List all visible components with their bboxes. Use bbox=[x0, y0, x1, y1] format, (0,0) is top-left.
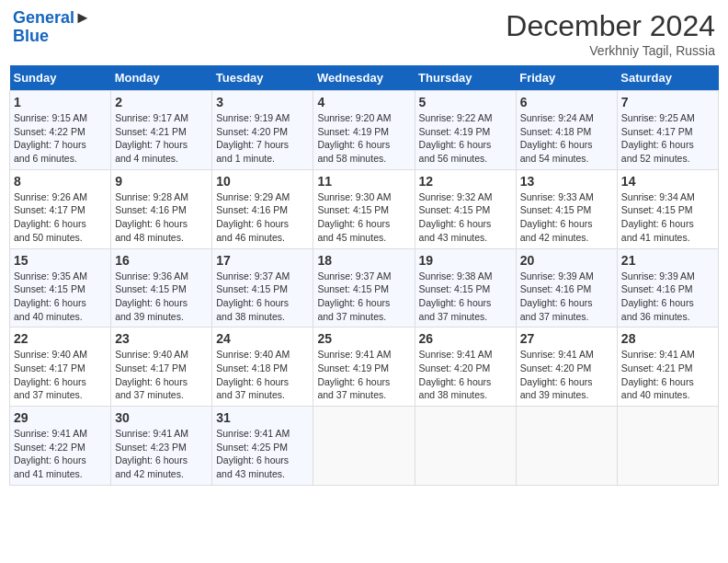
calendar-week-1: 1Sunrise: 9:15 AM Sunset: 4:22 PM Daylig… bbox=[10, 91, 719, 170]
day-number: 29 bbox=[14, 410, 107, 425]
day-info: Sunrise: 9:41 AM Sunset: 4:25 PM Dayligh… bbox=[216, 427, 309, 481]
day-cell-30: 30Sunrise: 9:41 AM Sunset: 4:23 PM Dayli… bbox=[111, 407, 212, 486]
day-info: Sunrise: 9:41 AM Sunset: 4:19 PM Dayligh… bbox=[317, 348, 410, 402]
day-number: 3 bbox=[216, 95, 309, 109]
calendar-week-3: 15Sunrise: 9:35 AM Sunset: 4:15 PM Dayli… bbox=[10, 248, 719, 327]
day-info: Sunrise: 9:29 AM Sunset: 4:16 PM Dayligh… bbox=[216, 190, 309, 245]
day-cell-28: 28Sunrise: 9:41 AM Sunset: 4:21 PM Dayli… bbox=[617, 327, 718, 407]
day-info: Sunrise: 9:41 AM Sunset: 4:22 PM Dayligh… bbox=[14, 427, 107, 481]
day-cell-2: 2Sunrise: 9:17 AM Sunset: 4:21 PM Daylig… bbox=[111, 91, 212, 170]
day-number: 16 bbox=[115, 253, 208, 268]
empty-cell bbox=[415, 407, 516, 486]
day-info: Sunrise: 9:40 AM Sunset: 4:18 PM Dayligh… bbox=[216, 348, 309, 402]
empty-cell bbox=[516, 407, 617, 486]
day-info: Sunrise: 9:30 AM Sunset: 4:15 PM Dayligh… bbox=[317, 190, 410, 245]
day-cell-12: 12Sunrise: 9:32 AM Sunset: 4:15 PM Dayli… bbox=[415, 169, 516, 248]
day-number: 14 bbox=[621, 174, 714, 189]
day-info: Sunrise: 9:25 AM Sunset: 4:17 PM Dayligh… bbox=[621, 111, 714, 166]
col-header-friday: Friday bbox=[516, 65, 617, 91]
day-info: Sunrise: 9:20 AM Sunset: 4:19 PM Dayligh… bbox=[317, 111, 410, 166]
day-cell-4: 4Sunrise: 9:20 AM Sunset: 4:19 PM Daylig… bbox=[313, 91, 415, 170]
day-cell-14: 14Sunrise: 9:34 AM Sunset: 4:15 PM Dayli… bbox=[617, 169, 718, 248]
location: Verkhniy Tagil, Russia bbox=[506, 43, 715, 58]
day-info: Sunrise: 9:40 AM Sunset: 4:17 PM Dayligh… bbox=[14, 348, 107, 402]
calendar-table: SundayMondayTuesdayWednesdayThursdayFrid… bbox=[9, 65, 719, 486]
day-cell-5: 5Sunrise: 9:22 AM Sunset: 4:19 PM Daylig… bbox=[415, 91, 516, 170]
day-number: 28 bbox=[621, 331, 714, 346]
day-number: 7 bbox=[621, 95, 714, 109]
day-number: 23 bbox=[115, 331, 208, 346]
day-cell-7: 7Sunrise: 9:25 AM Sunset: 4:17 PM Daylig… bbox=[617, 91, 718, 170]
day-number: 4 bbox=[317, 95, 410, 109]
day-number: 19 bbox=[419, 253, 512, 268]
day-cell-29: 29Sunrise: 9:41 AM Sunset: 4:22 PM Dayli… bbox=[10, 407, 111, 486]
day-cell-11: 11Sunrise: 9:30 AM Sunset: 4:15 PM Dayli… bbox=[313, 169, 415, 248]
day-info: Sunrise: 9:39 AM Sunset: 4:16 PM Dayligh… bbox=[520, 270, 613, 324]
day-cell-16: 16Sunrise: 9:36 AM Sunset: 4:15 PM Dayli… bbox=[111, 248, 212, 327]
day-info: Sunrise: 9:39 AM Sunset: 4:16 PM Dayligh… bbox=[621, 270, 714, 324]
day-cell-3: 3Sunrise: 9:19 AM Sunset: 4:20 PM Daylig… bbox=[212, 91, 313, 170]
day-cell-31: 31Sunrise: 9:41 AM Sunset: 4:25 PM Dayli… bbox=[212, 407, 313, 486]
day-info: Sunrise: 9:41 AM Sunset: 4:20 PM Dayligh… bbox=[520, 348, 613, 402]
calendar-header-row: SundayMondayTuesdayWednesdayThursdayFrid… bbox=[10, 65, 719, 91]
day-info: Sunrise: 9:19 AM Sunset: 4:20 PM Dayligh… bbox=[216, 111, 309, 166]
day-number: 6 bbox=[520, 95, 613, 109]
day-number: 17 bbox=[216, 253, 309, 268]
day-cell-8: 8Sunrise: 9:26 AM Sunset: 4:17 PM Daylig… bbox=[10, 169, 111, 248]
empty-cell bbox=[617, 407, 718, 486]
day-cell-26: 26Sunrise: 9:41 AM Sunset: 4:20 PM Dayli… bbox=[415, 327, 516, 407]
day-info: Sunrise: 9:24 AM Sunset: 4:18 PM Dayligh… bbox=[520, 111, 613, 166]
day-info: Sunrise: 9:40 AM Sunset: 4:17 PM Dayligh… bbox=[115, 348, 208, 402]
day-info: Sunrise: 9:28 AM Sunset: 4:16 PM Dayligh… bbox=[115, 190, 208, 245]
day-number: 9 bbox=[115, 174, 208, 189]
day-cell-24: 24Sunrise: 9:40 AM Sunset: 4:18 PM Dayli… bbox=[212, 327, 313, 407]
day-cell-20: 20Sunrise: 9:39 AM Sunset: 4:16 PM Dayli… bbox=[516, 248, 617, 327]
day-cell-1: 1Sunrise: 9:15 AM Sunset: 4:22 PM Daylig… bbox=[10, 91, 111, 170]
day-info: Sunrise: 9:41 AM Sunset: 4:21 PM Dayligh… bbox=[621, 348, 714, 402]
day-cell-22: 22Sunrise: 9:40 AM Sunset: 4:17 PM Dayli… bbox=[10, 327, 111, 407]
day-info: Sunrise: 9:15 AM Sunset: 4:22 PM Dayligh… bbox=[14, 111, 107, 166]
col-header-wednesday: Wednesday bbox=[313, 65, 415, 91]
day-cell-25: 25Sunrise: 9:41 AM Sunset: 4:19 PM Dayli… bbox=[313, 327, 415, 407]
day-number: 8 bbox=[14, 174, 107, 189]
title-block: December 2024 Verkhniy Tagil, Russia bbox=[506, 9, 715, 58]
calendar-week-2: 8Sunrise: 9:26 AM Sunset: 4:17 PM Daylig… bbox=[10, 169, 719, 248]
day-number: 31 bbox=[216, 410, 309, 425]
month-title: December 2024 bbox=[506, 9, 715, 43]
day-number: 2 bbox=[115, 95, 208, 109]
day-number: 25 bbox=[317, 331, 410, 346]
day-info: Sunrise: 9:22 AM Sunset: 4:19 PM Dayligh… bbox=[419, 111, 512, 166]
day-cell-19: 19Sunrise: 9:38 AM Sunset: 4:15 PM Dayli… bbox=[415, 248, 516, 327]
calendar-body: 1Sunrise: 9:15 AM Sunset: 4:22 PM Daylig… bbox=[10, 91, 719, 486]
day-cell-10: 10Sunrise: 9:29 AM Sunset: 4:16 PM Dayli… bbox=[212, 169, 313, 248]
day-info: Sunrise: 9:38 AM Sunset: 4:15 PM Dayligh… bbox=[419, 270, 512, 324]
logo-text: General► Blue bbox=[13, 9, 91, 46]
day-cell-13: 13Sunrise: 9:33 AM Sunset: 4:15 PM Dayli… bbox=[516, 169, 617, 248]
col-header-thursday: Thursday bbox=[415, 65, 516, 91]
day-info: Sunrise: 9:41 AM Sunset: 4:23 PM Dayligh… bbox=[115, 427, 208, 481]
day-number: 20 bbox=[520, 253, 613, 268]
day-info: Sunrise: 9:26 AM Sunset: 4:17 PM Dayligh… bbox=[14, 190, 107, 245]
day-number: 22 bbox=[14, 331, 107, 346]
day-info: Sunrise: 9:34 AM Sunset: 4:15 PM Dayligh… bbox=[621, 190, 714, 245]
day-cell-27: 27Sunrise: 9:41 AM Sunset: 4:20 PM Dayli… bbox=[516, 327, 617, 407]
empty-cell bbox=[313, 407, 415, 486]
day-cell-17: 17Sunrise: 9:37 AM Sunset: 4:15 PM Dayli… bbox=[212, 248, 313, 327]
day-number: 26 bbox=[419, 331, 512, 346]
day-number: 5 bbox=[419, 95, 512, 109]
day-cell-9: 9Sunrise: 9:28 AM Sunset: 4:16 PM Daylig… bbox=[111, 169, 212, 248]
day-number: 12 bbox=[419, 174, 512, 189]
day-number: 30 bbox=[115, 410, 208, 425]
page-header: General► Blue December 2024 Verkhniy Tag… bbox=[9, 9, 719, 58]
day-cell-15: 15Sunrise: 9:35 AM Sunset: 4:15 PM Dayli… bbox=[10, 248, 111, 327]
col-header-monday: Monday bbox=[111, 65, 212, 91]
day-cell-18: 18Sunrise: 9:37 AM Sunset: 4:15 PM Dayli… bbox=[313, 248, 415, 327]
day-info: Sunrise: 9:37 AM Sunset: 4:15 PM Dayligh… bbox=[216, 270, 309, 324]
day-number: 18 bbox=[317, 253, 410, 268]
col-header-saturday: Saturday bbox=[617, 65, 718, 91]
day-cell-21: 21Sunrise: 9:39 AM Sunset: 4:16 PM Dayli… bbox=[617, 248, 718, 327]
day-info: Sunrise: 9:33 AM Sunset: 4:15 PM Dayligh… bbox=[520, 190, 613, 245]
day-number: 24 bbox=[216, 331, 309, 346]
col-header-sunday: Sunday bbox=[10, 65, 111, 91]
day-info: Sunrise: 9:35 AM Sunset: 4:15 PM Dayligh… bbox=[14, 270, 107, 324]
